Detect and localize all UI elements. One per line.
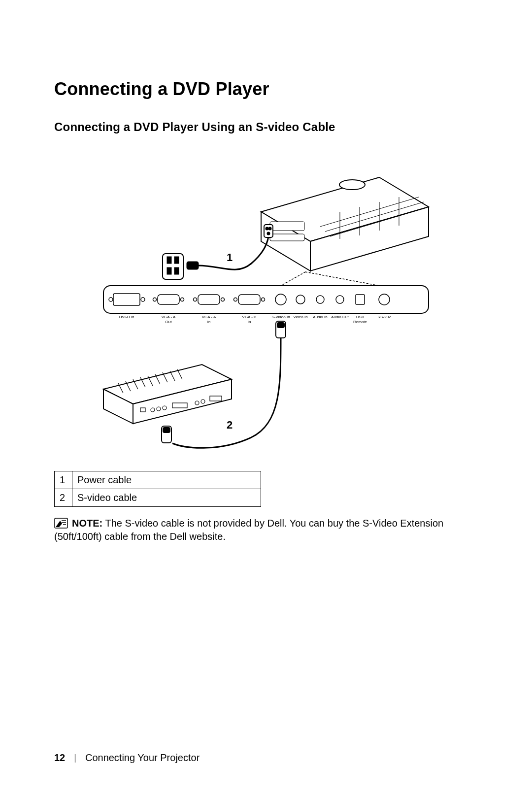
port-label-vga-a-in-2: In	[207, 320, 211, 324]
svg-point-16	[141, 298, 145, 301]
svg-rect-4	[270, 222, 304, 231]
svg-point-51	[201, 399, 205, 403]
port-label-svideo: S-Video In	[271, 315, 290, 319]
svg-rect-49	[172, 403, 187, 408]
svg-point-21	[194, 298, 197, 301]
port-label-dvi: DVI-D In	[119, 315, 134, 319]
note-block: NOTE: The S-video cable is not provided …	[54, 517, 478, 543]
legend-num-2: 2	[55, 489, 72, 507]
port-label-rs232: RS-232	[377, 315, 391, 319]
svg-rect-37	[187, 262, 198, 269]
dvd-player-icon	[103, 365, 232, 424]
svg-point-47	[157, 407, 161, 411]
svg-point-3	[339, 180, 365, 190]
svg-rect-38	[264, 225, 273, 237]
section-name: Connecting Your Projector	[85, 752, 200, 764]
port-label-audio-out: Audio Out	[331, 315, 349, 319]
legend-num-1: 1	[55, 471, 72, 489]
legend-table: 1 Power cable 2 S-video cable	[54, 471, 261, 507]
svg-point-50	[195, 401, 199, 405]
port-panel: DVI-D In VGA - A Out VGA - A In VGA - B …	[103, 286, 429, 324]
svg-point-18	[153, 298, 157, 301]
table-row: 2 S-video cable	[55, 489, 261, 507]
svg-rect-52	[210, 396, 222, 401]
svg-point-25	[262, 298, 265, 301]
section-title: Connecting a DVD Player Using an S-video…	[54, 120, 478, 134]
svg-rect-20	[198, 295, 220, 304]
svg-rect-45	[140, 408, 145, 412]
footer-separator: |	[74, 753, 76, 763]
svg-rect-30	[356, 295, 365, 304]
legend-label-1: Power cable	[72, 471, 261, 489]
diagram-svg: DVI-D In VGA - A Out VGA - A In VGA - B …	[74, 148, 458, 453]
port-label-vga-b-in: VGA - B	[242, 315, 257, 319]
svg-point-19	[181, 298, 184, 301]
svg-rect-23	[238, 295, 260, 304]
svg-point-31	[379, 294, 390, 305]
svg-point-41	[267, 233, 269, 234]
projector-icon	[261, 177, 429, 271]
svg-rect-36	[175, 268, 178, 274]
svg-rect-63	[277, 323, 284, 328]
port-label-audio-in: Audio In	[313, 315, 327, 319]
connection-diagram: DVI-D In VGA - A Out VGA - A In VGA - B …	[74, 148, 458, 453]
svg-point-26	[275, 294, 286, 305]
svg-point-28	[316, 296, 324, 303]
svg-rect-32	[163, 254, 183, 279]
table-row: 1 Power cable	[55, 471, 261, 489]
svg-point-27	[296, 295, 305, 304]
svg-point-24	[234, 298, 237, 301]
port-label-vga-a-out-2: Out	[166, 320, 172, 324]
callout-1: 1	[227, 251, 233, 264]
svg-rect-5	[270, 234, 304, 241]
page: Connecting a DVD Player Connecting a DVD…	[0, 0, 532, 798]
leader-line	[281, 272, 379, 286]
svg-rect-14	[113, 294, 140, 305]
note-icon	[54, 518, 68, 529]
svg-point-22	[221, 298, 225, 301]
svg-rect-35	[167, 268, 171, 274]
legend-label-2: S-video cable	[72, 489, 261, 507]
page-number: 12	[54, 752, 65, 764]
port-label-vga-a-in: VGA - A	[202, 315, 216, 319]
page-footer: 12 | Connecting Your Projector	[54, 752, 200, 764]
svg-point-15	[109, 298, 113, 301]
callout-2: 2	[227, 419, 233, 431]
svg-point-29	[336, 296, 344, 303]
port-label-vga-a-out: VGA - A	[162, 315, 176, 319]
page-title: Connecting a DVD Player	[54, 79, 478, 100]
svg-point-39	[266, 228, 268, 230]
power-cable-icon	[163, 225, 273, 279]
port-label-vga-b-in-2: In	[248, 320, 251, 324]
note-text: The S-video cable is not provided by Del…	[54, 518, 443, 542]
svg-rect-17	[158, 295, 179, 304]
svg-rect-34	[175, 257, 178, 263]
svg-point-46	[151, 408, 155, 412]
note-label: NOTE:	[72, 518, 102, 529]
port-label-video: Video In	[293, 315, 307, 319]
svg-point-40	[269, 228, 271, 230]
svg-rect-65	[163, 428, 170, 432]
svg-rect-33	[167, 257, 171, 263]
port-label-usb-2: Remote	[353, 320, 367, 324]
svg-point-48	[163, 406, 166, 410]
port-label-usb: USB	[356, 315, 364, 319]
